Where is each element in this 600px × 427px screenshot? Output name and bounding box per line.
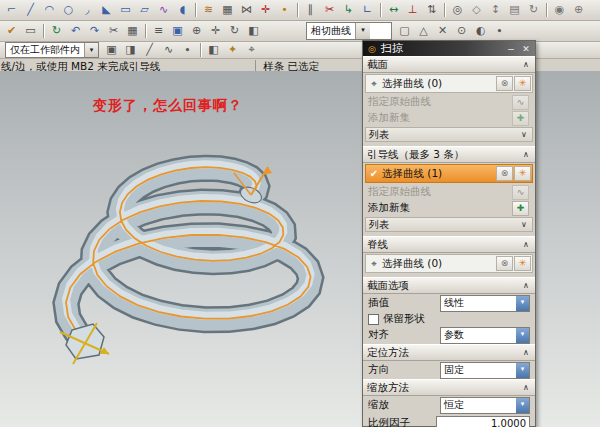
profile-icon[interactable]: ⌐: [3, 2, 20, 18]
preserve-shape-checkbox[interactable]: [368, 314, 379, 325]
clear-selection-icon[interactable]: [496, 256, 513, 271]
cut-icon[interactable]: ✂: [105, 23, 122, 39]
section-group-header[interactable]: 截面: [363, 56, 535, 73]
guides-list-row[interactable]: 列表: [365, 217, 533, 232]
orientation-method-header[interactable]: 定位方法: [363, 344, 535, 361]
zoom-view-icon[interactable]: ⊕: [188, 23, 205, 39]
dropdown-arrow-icon[interactable]: [516, 328, 529, 343]
scale-factor-input[interactable]: 1.0000: [436, 416, 530, 427]
guides-add-new-set-row[interactable]: 添加新集: [363, 200, 535, 216]
hole-icon[interactable]: ◉: [551, 2, 568, 18]
scaling-method-header[interactable]: 缩放方法: [363, 379, 535, 396]
curve-rule-combobox[interactable]: 相切曲线: [306, 22, 392, 40]
section-list-row[interactable]: 列表: [365, 127, 533, 142]
dropdown-arrow-icon[interactable]: [516, 363, 529, 378]
copy-icon[interactable]: ▦: [124, 23, 141, 39]
shaded-view-icon[interactable]: ◧: [245, 23, 262, 39]
derived-line-icon[interactable]: ∥: [302, 2, 319, 18]
dialog-minimize-icon[interactable]: [505, 44, 517, 54]
curve-filter-icon[interactable]: ∿: [160, 42, 177, 58]
alignment-select[interactable]: 参数: [440, 327, 530, 344]
rotate-view-icon[interactable]: ↻: [226, 23, 243, 39]
fillet-icon[interactable]: ◞: [79, 2, 96, 18]
endpoint-snap-icon[interactable]: ▢: [396, 23, 413, 39]
existing-point-snap-icon[interactable]: ∙: [491, 23, 508, 39]
rapid-dimension-icon[interactable]: ↔: [385, 2, 402, 18]
polygon-icon[interactable]: ▱: [136, 2, 153, 18]
pattern-curve-icon[interactable]: ▦: [219, 2, 236, 18]
guides-select-curve-row[interactable]: 选择曲线 (1): [365, 164, 533, 183]
curve-rule-icon[interactable]: [514, 256, 531, 271]
curve-rule-icon[interactable]: [514, 76, 531, 91]
body-filter-icon[interactable]: ◧: [205, 42, 222, 58]
display-constraints-icon[interactable]: ◎: [449, 2, 466, 18]
chevron-up-icon[interactable]: [521, 60, 531, 69]
update-model-icon[interactable]: ↻: [48, 23, 65, 39]
scale-select[interactable]: 恒定: [440, 397, 530, 414]
fit-view-icon[interactable]: ▣: [169, 23, 186, 39]
chamfer-icon[interactable]: ◣: [98, 2, 115, 18]
paste-icon[interactable]: ≡: [150, 23, 167, 39]
direction-select[interactable]: 固定: [440, 362, 530, 379]
chevron-down-icon[interactable]: [519, 220, 529, 229]
chevron-up-icon[interactable]: [521, 150, 531, 159]
quick-extend-icon[interactable]: ↳: [340, 2, 357, 18]
clear-selection-icon[interactable]: [496, 76, 513, 91]
offset-curve-icon[interactable]: ≋: [200, 2, 217, 18]
auto-constrain-icon[interactable]: ⇅: [423, 2, 440, 18]
datum-axis-icon[interactable]: ↕: [487, 2, 504, 18]
chevron-up-icon[interactable]: [521, 383, 531, 392]
selection-scope-combobox[interactable]: 仅在工作部件内: [5, 42, 99, 58]
vertex-filter-icon[interactable]: ∙: [179, 42, 196, 58]
interpolation-select[interactable]: 线性: [440, 295, 530, 312]
make-corner-icon[interactable]: ∟: [359, 2, 376, 18]
guides-group-header[interactable]: 引导线（最多 3 条）: [363, 146, 535, 163]
chevron-down-icon[interactable]: [519, 130, 529, 139]
arc-icon[interactable]: ◠: [41, 2, 58, 18]
geometric-constraints-icon[interactable]: ⊥: [404, 2, 421, 18]
mirror-curve-icon[interactable]: ⋈: [238, 2, 255, 18]
midpoint-snap-icon[interactable]: △: [415, 23, 432, 39]
clear-selection-icon[interactable]: [496, 166, 513, 181]
add-new-set-icon[interactable]: [512, 201, 529, 216]
preserve-shape-row[interactable]: 保留形状: [363, 312, 535, 326]
finish-sketch-icon[interactable]: ✔: [3, 23, 20, 39]
center-snap-icon[interactable]: ⊙: [453, 23, 470, 39]
section-options-header[interactable]: 截面选项: [363, 277, 535, 294]
edge-filter-icon[interactable]: ╱: [141, 42, 158, 58]
intersection-snap-icon[interactable]: ✕: [434, 23, 451, 39]
selection-scope-dropdown-icon[interactable]: [84, 43, 98, 57]
ellipse-icon[interactable]: ◖: [174, 2, 191, 18]
spine-group-header[interactable]: 脊线: [363, 236, 535, 253]
studio-spline-icon[interactable]: ∿: [155, 2, 172, 18]
rectangle-icon[interactable]: ▭: [117, 2, 134, 18]
quick-trim-icon[interactable]: ✂: [321, 2, 338, 18]
curve-rule-dropdown-icon[interactable]: [355, 23, 370, 39]
type-filter-icon[interactable]: ▣: [103, 42, 120, 58]
redo-icon[interactable]: ↷: [86, 23, 103, 39]
dialog-title-bar[interactable]: 扫掠: [363, 41, 535, 56]
datum-plane-icon[interactable]: ◇: [468, 2, 485, 18]
chevron-up-icon[interactable]: [521, 348, 531, 357]
dropdown-arrow-icon[interactable]: [516, 296, 529, 311]
quadrant-snap-icon[interactable]: ◐: [472, 23, 489, 39]
intersection-point-icon[interactable]: ✛: [257, 2, 274, 18]
dialog-close-icon[interactable]: [520, 44, 532, 54]
face-filter-icon[interactable]: ◨: [122, 42, 139, 58]
chevron-up-icon[interactable]: [521, 281, 531, 290]
dropdown-arrow-icon[interactable]: [516, 398, 529, 413]
undo-icon[interactable]: ↶: [67, 23, 84, 39]
point-icon[interactable]: •: [276, 2, 293, 18]
sketch-style-icon[interactable]: ▭: [22, 23, 39, 39]
line-icon[interactable]: ╱: [22, 2, 39, 18]
unite-icon[interactable]: ⊕: [570, 2, 587, 18]
highlight-related-icon[interactable]: ✦: [224, 42, 241, 58]
revolve-icon[interactable]: ↻: [525, 2, 542, 18]
circle-icon[interactable]: ○: [60, 2, 77, 18]
spine-select-curve-row[interactable]: 选择曲线 (0): [365, 254, 533, 273]
wcs-display-icon[interactable]: ⌖: [243, 42, 260, 58]
extrude-icon[interactable]: ▤: [506, 2, 523, 18]
section-select-curve-row[interactable]: 选择曲线 (0): [365, 74, 533, 93]
chevron-up-icon[interactable]: [521, 240, 531, 249]
pan-view-icon[interactable]: ✛: [207, 23, 224, 39]
